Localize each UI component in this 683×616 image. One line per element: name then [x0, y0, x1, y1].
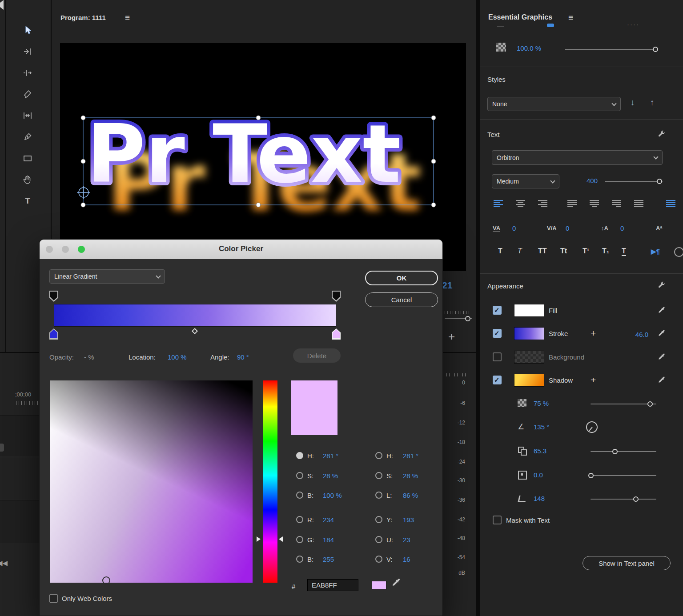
- styles-dropdown[interactable]: None: [487, 97, 621, 111]
- hsl-l-value[interactable]: 86 %: [403, 492, 418, 499]
- color-field-indicator[interactable]: [102, 576, 110, 584]
- track-select-forward-tool-icon[interactable]: [21, 45, 34, 58]
- yuv-u-radio[interactable]: [375, 536, 382, 543]
- gradient-midpoint-handle[interactable]: [192, 328, 198, 334]
- hsb-b-value[interactable]: 100 %: [323, 492, 342, 499]
- fill-eyedropper-icon[interactable]: [657, 306, 666, 316]
- hue-indicator-left-icon[interactable]: [257, 536, 261, 542]
- hand-tool-icon[interactable]: [21, 173, 34, 186]
- rgb-g-radio[interactable]: [296, 536, 303, 543]
- hue-indicator-right-icon[interactable]: [279, 536, 283, 542]
- essential-graphics-title[interactable]: Essential Graphics: [488, 13, 552, 21]
- shadow-eyedropper-icon[interactable]: [657, 376, 666, 386]
- selection-tool-icon[interactable]: [21, 24, 34, 36]
- background-checkbox[interactable]: [493, 352, 502, 361]
- font-size-value[interactable]: 400: [577, 177, 598, 184]
- shadow-blur-slider[interactable]: [591, 499, 656, 500]
- yuv-v-value[interactable]: 16: [403, 556, 410, 563]
- stroke-width-value[interactable]: 46.0: [631, 331, 648, 338]
- font-size-slider[interactable]: [605, 181, 663, 182]
- kerning-value[interactable]: 0: [512, 224, 516, 232]
- hsb-b-radio[interactable]: [296, 492, 303, 499]
- justify-left-button[interactable]: [567, 200, 577, 207]
- add-stroke-button[interactable]: +: [591, 328, 596, 339]
- font-style-dropdown[interactable]: Medium: [492, 174, 559, 188]
- program-panel-title[interactable]: Program: 1111: [60, 14, 106, 21]
- align-left-button[interactable]: [494, 200, 503, 207]
- picker-eyedropper-icon[interactable]: [391, 577, 402, 590]
- shadow-checkbox[interactable]: [493, 376, 502, 384]
- text-direction-button[interactable]: [666, 200, 675, 207]
- opacity-stop-left[interactable]: [49, 291, 58, 302]
- saturation-brightness-field[interactable]: [50, 380, 253, 583]
- shadow-spread-value[interactable]: 0.0: [534, 471, 543, 479]
- only-web-colors-checkbox[interactable]: [49, 594, 58, 603]
- show-in-text-panel-button[interactable]: Show in Text panel: [583, 556, 671, 570]
- razor-tool-icon[interactable]: [21, 88, 34, 100]
- shadow-opacity-slider-handle[interactable]: [647, 401, 653, 407]
- background-eyedropper-icon[interactable]: [657, 352, 666, 363]
- rgb-g-value[interactable]: 184: [323, 536, 334, 544]
- shadow-angle-dial[interactable]: [586, 421, 598, 433]
- paragraph-direction-button[interactable]: ▶¶: [651, 248, 660, 256]
- hsl-h-radio[interactable]: [375, 452, 382, 459]
- leading-value[interactable]: 0: [620, 224, 624, 232]
- hue-slider[interactable]: [263, 380, 277, 583]
- text-settings-wrench-icon[interactable]: [657, 130, 666, 140]
- superscript-button[interactable]: T¹: [583, 247, 589, 255]
- hsb-h-radio[interactable]: [296, 452, 303, 459]
- playback-zoom-slider-handle[interactable]: [465, 316, 470, 321]
- slip-tool-icon[interactable]: [21, 109, 34, 122]
- hsb-s-radio[interactable]: [296, 472, 303, 479]
- all-caps-button[interactable]: TT: [538, 247, 547, 255]
- shadow-distance-slider-handle[interactable]: [612, 449, 618, 454]
- canvas-text[interactable]: Pr Text: [87, 108, 401, 200]
- hex-input[interactable]: [307, 579, 358, 591]
- shadow-distance-slider[interactable]: [591, 451, 656, 452]
- appearance-settings-wrench-icon[interactable]: [657, 281, 666, 291]
- hsl-l-radio[interactable]: [375, 492, 382, 499]
- timeline-timecode[interactable]: ;00;00: [15, 391, 31, 398]
- shadow-opacity-value[interactable]: 75 %: [534, 400, 549, 407]
- yuv-u-value[interactable]: 23: [403, 536, 410, 544]
- vector-opacity-slider[interactable]: [565, 49, 657, 50]
- program-video-canvas[interactable]: Pr Text Pr Text: [60, 43, 466, 271]
- type-tool-icon[interactable]: T: [21, 195, 34, 207]
- rgb-b-value[interactable]: 255: [323, 556, 334, 563]
- shadow-blur-slider-handle[interactable]: [633, 496, 639, 502]
- color-stop-left[interactable]: [49, 328, 58, 340]
- yuv-v-radio[interactable]: [375, 556, 382, 563]
- ripple-edit-tool-icon[interactable]: [21, 67, 34, 79]
- hsb-s-value[interactable]: 28 %: [323, 472, 338, 480]
- rgb-r-radio[interactable]: [296, 516, 303, 523]
- stroke-checkbox[interactable]: [493, 329, 502, 338]
- shadow-blur-value[interactable]: 148: [534, 495, 545, 502]
- gradient-preview-strip[interactable]: [54, 304, 336, 327]
- hsl-s-radio[interactable]: [375, 472, 382, 479]
- stroke-eyedropper-icon[interactable]: [657, 329, 666, 340]
- justify-right-button[interactable]: [612, 200, 621, 207]
- hsb-h-value[interactable]: 281 °: [323, 452, 338, 460]
- shadow-opacity-slider[interactable]: [591, 404, 656, 404]
- mask-with-text-checkbox[interactable]: [493, 516, 502, 524]
- align-center-button[interactable]: [516, 200, 525, 207]
- stop-location-value[interactable]: 100 %: [168, 353, 187, 361]
- add-shadow-button[interactable]: +: [591, 375, 596, 385]
- shadow-spread-slider[interactable]: [591, 475, 656, 476]
- stroke-color-swatch[interactable]: [514, 327, 544, 340]
- vector-opacity-slider-handle[interactable]: [653, 47, 658, 52]
- faux-italic-button[interactable]: T: [518, 247, 522, 255]
- shadow-angle-value[interactable]: 135 °: [534, 423, 549, 431]
- subscript-button[interactable]: T₁: [602, 247, 609, 255]
- hsl-h-value[interactable]: 281 °: [403, 452, 418, 460]
- stop-angle-value[interactable]: 90 °: [237, 353, 249, 361]
- gradient-type-dropdown[interactable]: Linear Gradient: [49, 269, 165, 284]
- font-family-dropdown[interactable]: Orbitron: [492, 150, 663, 165]
- underline-button[interactable]: T: [622, 247, 626, 256]
- background-color-swatch[interactable]: [514, 351, 544, 364]
- yuv-y-radio[interactable]: [375, 516, 382, 523]
- style-upload-icon[interactable]: ↑: [650, 98, 655, 108]
- font-size-slider-handle[interactable]: [657, 179, 662, 184]
- vector-opacity-value[interactable]: 100.0 %: [517, 44, 541, 52]
- justify-center-button[interactable]: [590, 200, 599, 207]
